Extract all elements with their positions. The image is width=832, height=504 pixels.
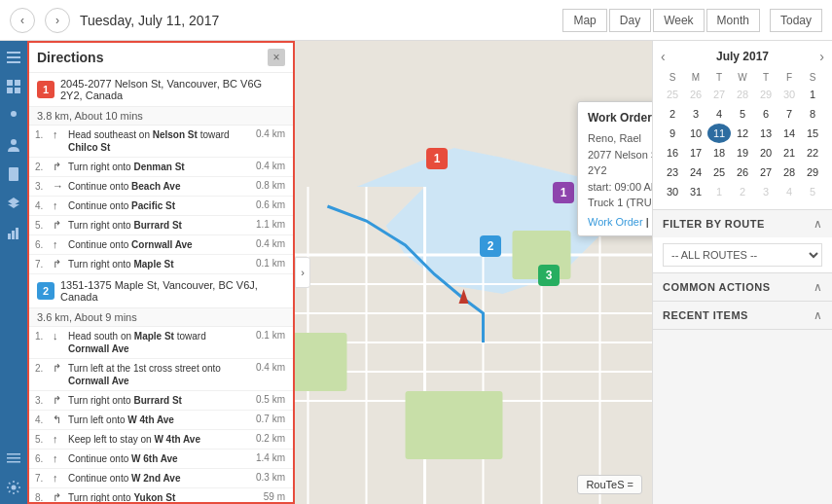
calendar-grid: S M T W T F S 25262728293012345678910111… bbox=[661, 70, 824, 201]
map-area[interactable]: › 1 2 3 1 Work Order, ID:10061-1 × Reno,… bbox=[295, 41, 652, 504]
calendar-day[interactable]: 28 bbox=[731, 85, 754, 104]
calendar-day[interactable]: 16 bbox=[661, 143, 684, 162]
calendar-day[interactable]: 26 bbox=[731, 162, 754, 182]
recent-items-header[interactable]: RECENT ITEMS ∧ bbox=[653, 302, 832, 329]
calendar-day[interactable]: 1 bbox=[707, 182, 731, 201]
calendar-day[interactable]: 15 bbox=[801, 124, 824, 143]
calendar-day[interactable]: 31 bbox=[684, 182, 707, 201]
tab-map[interactable]: Map bbox=[562, 9, 606, 32]
svg-rect-15 bbox=[16, 228, 18, 239]
sidebar-list-icon[interactable] bbox=[3, 448, 24, 469]
calendar-day[interactable]: 13 bbox=[754, 124, 778, 143]
map-expand-button[interactable]: › bbox=[295, 257, 310, 288]
calendar-day[interactable]: 3 bbox=[754, 182, 778, 201]
step-2-1: 1. ↓ Head south on Maple St toward Cornw… bbox=[29, 327, 293, 359]
calendar-day[interactable]: 26 bbox=[684, 85, 707, 104]
calendar-day[interactable]: 25 bbox=[661, 85, 684, 104]
mini-calendar: ‹ July 2017 › S M T W T F S 2526272829 bbox=[653, 41, 832, 210]
sidebar-doc-icon[interactable] bbox=[3, 163, 24, 185]
calendar-day[interactable]: 9 bbox=[661, 124, 684, 143]
marker-3[interactable]: 3 bbox=[538, 265, 560, 286]
calendar-day[interactable]: 29 bbox=[801, 162, 824, 182]
step-1-6: 6. ↑ Continue onto Cornwall Ave 0.4 km bbox=[29, 235, 293, 255]
cal-header-m: M bbox=[684, 70, 707, 85]
sidebar-chart-icon[interactable] bbox=[3, 222, 24, 243]
svg-rect-3 bbox=[7, 80, 13, 86]
calendar-day[interactable]: 23 bbox=[661, 162, 684, 182]
calendar-day[interactable]: 17 bbox=[684, 143, 707, 162]
cal-header-t: T bbox=[707, 70, 731, 85]
cal-header-t2: T bbox=[754, 70, 778, 85]
calendar-day[interactable]: 6 bbox=[754, 104, 778, 124]
calendar-day[interactable]: 12 bbox=[731, 124, 754, 143]
tab-day[interactable]: Day bbox=[609, 9, 651, 32]
calendar-day[interactable]: 18 bbox=[707, 143, 731, 162]
calendar-day[interactable]: 10 bbox=[684, 124, 707, 143]
calendar-day[interactable]: 29 bbox=[754, 85, 778, 104]
directions-header: Directions × bbox=[29, 43, 293, 73]
calendar-day[interactable]: 4 bbox=[778, 182, 801, 201]
calendar-day[interactable]: 27 bbox=[754, 162, 778, 182]
svg-rect-18 bbox=[7, 461, 20, 463]
sidebar-person-icon[interactable] bbox=[3, 134, 24, 156]
sidebar-layers-icon[interactable] bbox=[3, 193, 24, 214]
calendar-day[interactable]: 24 bbox=[684, 162, 707, 182]
step-1-4: 4. ↑ Continue onto Pacific St 0.6 km bbox=[29, 197, 293, 216]
calendar-day[interactable]: 5 bbox=[731, 104, 754, 124]
sidebar-grid-icon[interactable] bbox=[3, 76, 24, 97]
svg-rect-0 bbox=[7, 52, 20, 54]
filter-route-chevron: ∧ bbox=[814, 217, 822, 231]
marker-1[interactable]: 1 bbox=[426, 148, 448, 169]
next-nav-button[interactable]: › bbox=[45, 8, 70, 33]
prev-nav-button[interactable]: ‹ bbox=[10, 8, 35, 33]
calendar-day[interactable]: 21 bbox=[778, 143, 801, 162]
step-1-3: 3. → Continue onto Beach Ave 0.8 km bbox=[29, 177, 293, 197]
step-1-2: 2. ↱ Turn right onto Denman St 0.4 km bbox=[29, 158, 293, 177]
svg-rect-4 bbox=[15, 80, 20, 86]
calendar-day[interactable]: 27 bbox=[707, 85, 731, 104]
directions-panel: Directions × 1 2045-2077 Nelson St, Vanc… bbox=[27, 41, 295, 504]
step-2-4: 4. ↰ Turn left onto W 4th Ave 0.7 km bbox=[29, 411, 293, 430]
common-actions-header[interactable]: COMMON ACTIONS ∧ bbox=[653, 273, 832, 301]
calendar-day[interactable]: 14 bbox=[778, 124, 801, 143]
popup-body: Reno, Rael 2077 Nelson St VANCOUVER, BC … bbox=[588, 130, 652, 211]
popup-work-order-link[interactable]: Work Order bbox=[588, 216, 643, 228]
calendar-day[interactable]: 19 bbox=[731, 143, 754, 162]
calendar-day[interactable]: 30 bbox=[778, 85, 801, 104]
svg-rect-17 bbox=[7, 457, 20, 459]
route-filter-select[interactable]: -- ALL ROUTES -- bbox=[663, 243, 822, 267]
directions-close-button[interactable]: × bbox=[268, 49, 285, 66]
sidebar-menu-icon[interactable] bbox=[3, 47, 24, 68]
cal-prev-button[interactable]: ‹ bbox=[661, 49, 666, 64]
tab-month[interactable]: Month bbox=[706, 9, 760, 32]
calendar-day[interactable]: 4 bbox=[707, 104, 731, 124]
calendar-day[interactable]: 5 bbox=[801, 182, 824, 201]
calendar-day[interactable]: 28 bbox=[778, 162, 801, 182]
tab-week[interactable]: Week bbox=[653, 9, 704, 32]
svg-rect-39 bbox=[406, 391, 503, 459]
calendar-day[interactable]: 1 bbox=[801, 85, 824, 104]
calendar-day[interactable]: 2 bbox=[661, 104, 684, 124]
step-2-7: 7. ↑ Continue onto W 2nd Ave 0.3 km bbox=[29, 469, 293, 488]
today-button[interactable]: Today bbox=[770, 9, 822, 32]
marker-4[interactable]: 1 bbox=[553, 182, 574, 203]
sidebar-pin-icon[interactable] bbox=[3, 105, 24, 126]
marker-2[interactable]: 2 bbox=[480, 235, 501, 257]
view-tabs: Map Day Week Month bbox=[562, 9, 760, 32]
calendar-day[interactable]: 3 bbox=[684, 104, 707, 124]
calendar-day[interactable]: 25 bbox=[707, 162, 731, 182]
calendar-day[interactable]: 8 bbox=[801, 104, 824, 124]
svg-rect-13 bbox=[8, 234, 11, 239]
calendar-day[interactable]: 2 bbox=[731, 182, 754, 201]
filter-route-header[interactable]: FILTER BY ROUTE ∧ bbox=[653, 210, 832, 237]
calendar-day[interactable]: 11 bbox=[707, 124, 731, 143]
step-2-6: 6. ↑ Continue onto W 6th Ave 1.4 km bbox=[29, 450, 293, 469]
calendar-day[interactable]: 22 bbox=[801, 143, 824, 162]
calendar-day[interactable]: 7 bbox=[778, 104, 801, 124]
calendar-day[interactable]: 30 bbox=[661, 182, 684, 201]
recent-items-chevron: ∧ bbox=[814, 308, 822, 322]
sidebar-settings-icon[interactable] bbox=[3, 477, 24, 498]
cal-next-button[interactable]: › bbox=[819, 49, 824, 64]
recent-items-title: RECENT ITEMS bbox=[663, 309, 748, 321]
calendar-day[interactable]: 20 bbox=[754, 143, 778, 162]
